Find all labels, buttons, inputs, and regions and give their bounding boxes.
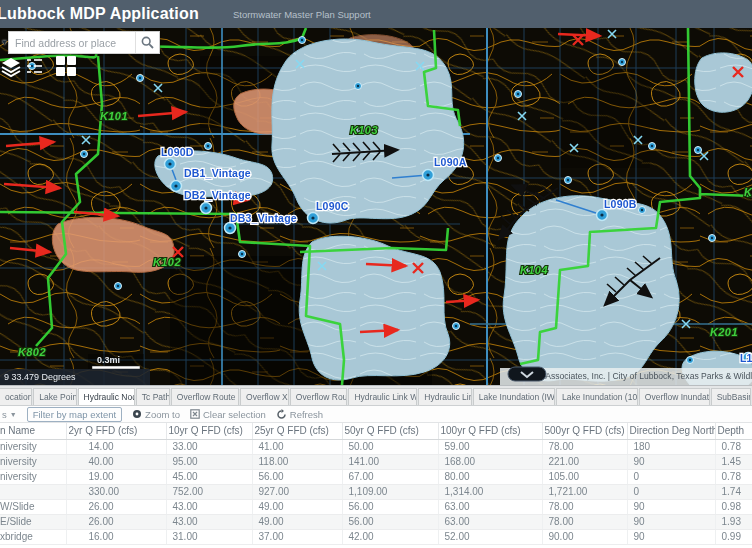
node-label-db2: DB2_Vintage <box>184 189 251 201</box>
zoom-to-button[interactable]: Zoom to <box>132 409 180 420</box>
table-cell: 41.00 <box>252 439 342 454</box>
table-toolbar: s ▼ Filter by map extent Zoom to Clear s… <box>0 406 752 423</box>
filter-by-map-extent-button[interactable]: Filter by map extent <box>27 407 122 422</box>
table-cell: E/Slide <box>0 514 66 529</box>
column-header-10yr[interactable]: 10yr Q FFD (cfs) <box>166 423 252 439</box>
map-container[interactable]: K101 K103 K102 K104 K201 K802 K2 L090D D… <box>0 28 752 385</box>
app-title: Lubbock MDP Application <box>0 5 199 23</box>
tab-hydraulic-node[interactable]: Hydraulic Node <box>78 388 135 405</box>
tab-subbasin[interactable]: SubBasin <box>711 388 751 405</box>
tab-overflow-inundation[interactable]: Overflow Inundation <box>639 388 710 405</box>
clear-selection-button[interactable]: Clear selection <box>190 409 266 420</box>
table-cell: 90 <box>627 499 715 514</box>
table-cell: 90 <box>627 529 715 544</box>
tab-lake-inundation-100yr[interactable]: Lake Inundation (100yr) <box>556 388 638 405</box>
tab-hydraulic-link-weir[interactable]: Hydraulic Link Weir <box>348 388 417 405</box>
search-button[interactable] <box>135 32 159 53</box>
table-cell: 1,721.00 <box>542 484 627 499</box>
table-cell: 19.00 <box>66 469 166 484</box>
table-cell: 26.00 <box>66 514 166 529</box>
coordinate-readout: 9 33.479 Degrees <box>0 369 150 385</box>
table-cell: 0.78 <box>715 439 752 454</box>
table-cell: 1.93 <box>715 514 752 529</box>
node-db3[interactable] <box>225 223 236 234</box>
table-cell: 43.00 <box>166 514 252 529</box>
column-header-25yr[interactable]: 25yr Q FFD (cfs) <box>252 423 342 439</box>
refresh-button[interactable]: Refresh <box>276 409 323 420</box>
table-cell: 752.00 <box>166 484 252 499</box>
basin-label-k201: K201 <box>710 326 738 338</box>
table-row[interactable]: 330.00 752.00 927.00 1,109.00 1,314.00 1… <box>0 484 752 499</box>
app-header: Lubbock MDP Application Stormwater Maste… <box>0 0 752 28</box>
node-db2[interactable] <box>201 203 212 214</box>
basin-label-k802: K802 <box>18 346 46 358</box>
tab-hydraulic-link[interactable]: Hydraulic Link <box>418 388 472 405</box>
table-cell: 63.00 <box>438 499 542 514</box>
table-row[interactable]: niversity 40.00 95.00 118.00 141.00 168.… <box>0 454 752 469</box>
table-cell: 1.74 <box>715 484 752 499</box>
tab-tc-path[interactable]: Tc Path <box>136 388 170 405</box>
table-cell: 168.00 <box>438 454 542 469</box>
table-cell: 59.00 <box>438 439 542 454</box>
tab-lake-inundation-iwse[interactable]: Lake Inundation (IWSE) <box>473 388 555 405</box>
zoom-to-icon <box>132 409 142 419</box>
column-header-2yr[interactable]: 2yr Q FFD (cfs) <box>66 423 166 439</box>
chevron-down-icon: ▼ <box>10 411 17 418</box>
table-cell: 927.00 <box>252 484 342 499</box>
table-cell: 31.00 <box>166 529 252 544</box>
table-cell <box>0 484 66 499</box>
table-row[interactable]: W/Slide 26.00 43.00 49.00 56.00 63.00 78… <box>0 499 752 514</box>
basin-label-k104: K104 <box>520 264 548 276</box>
options-menu-button[interactable]: s ▼ <box>2 409 17 420</box>
tab-lake-point[interactable]: Lake Point <box>33 388 76 405</box>
table-cell: 37.00 <box>252 529 342 544</box>
column-header-name[interactable]: n Name <box>0 423 66 439</box>
attribution-text: alff Associates, Inc. | City of Lubbock,… <box>532 371 752 381</box>
table-row[interactable]: E/Slide 26.00 43.00 49.00 56.00 63.00 78… <box>0 514 752 529</box>
table-cell: 50.00 <box>342 439 438 454</box>
tab-overflow-route-xs[interactable]: Overflow Route XS <box>171 388 239 405</box>
table-cell: 43.00 <box>166 499 252 514</box>
column-header-direction[interactable]: Direction Deg North <box>627 423 715 439</box>
node-l090d[interactable] <box>165 159 176 170</box>
table-row[interactable]: xbridge 16.00 31.00 37.00 42.00 52.00 90… <box>0 529 752 544</box>
node-label-db3: DB3_Vintage <box>230 212 297 224</box>
node-l090a[interactable] <box>423 170 434 181</box>
node-db1[interactable] <box>171 181 182 192</box>
basin-label-k101: K101 <box>100 110 128 122</box>
basin-label-k103: K103 <box>350 124 378 136</box>
tab-location[interactable]: ocation <box>0 388 32 405</box>
search-input[interactable] <box>9 32 135 53</box>
attribution-collapse-button[interactable] <box>508 367 546 381</box>
node-l090c[interactable] <box>308 213 319 224</box>
basin-label-partial: K2 <box>744 186 752 198</box>
column-header-depth[interactable]: Depth <box>715 423 752 439</box>
table-cell: 0 <box>627 469 715 484</box>
basemap-gallery-button[interactable] <box>56 56 78 78</box>
table-cell: niversity <box>0 469 66 484</box>
column-header-50yr[interactable]: 50yr Q FFD (cfs) <box>342 423 438 439</box>
refresh-icon <box>276 409 287 420</box>
column-header-100yr[interactable]: 100yr Q FFD (cfs) <box>438 423 542 439</box>
table-row[interactable]: niversity 14.00 33.00 41.00 50.00 59.00 … <box>0 439 752 454</box>
column-header-500yr[interactable]: 500yr Q FFD (cfs) <box>542 423 627 439</box>
table-cell: 0 <box>627 484 715 499</box>
table-cell: 141.00 <box>342 454 438 469</box>
table-cell: 14.00 <box>66 439 166 454</box>
table-row[interactable]: niversity 19.00 45.00 56.00 67.00 80.00 … <box>0 469 752 484</box>
table-cell: 0.78 <box>715 469 752 484</box>
attribute-table-panel: ocation Lake Point Hydraulic Node Tc Pat… <box>0 385 752 548</box>
table-cell: 63.00 <box>438 514 542 529</box>
table-cell: 1,314.00 <box>438 484 542 499</box>
table-cell: 26.00 <box>66 499 166 514</box>
map-canvas[interactable]: K101 K103 K102 K104 K201 K802 K2 L090D D… <box>0 28 752 385</box>
tab-overflow-xs[interactable]: Overflow XS <box>240 388 289 405</box>
table-cell: 1.45 <box>715 454 752 469</box>
coordinates-text: 9 33.479 Degrees <box>4 372 76 382</box>
tab-overflow-route[interactable]: Overflow Route <box>290 388 348 405</box>
table-cell: 1,109.00 <box>342 484 438 499</box>
table-cell: 180 <box>627 439 715 454</box>
search-box <box>8 31 160 54</box>
node-l090b[interactable] <box>597 210 608 221</box>
table-cell: xbridge <box>0 529 66 544</box>
